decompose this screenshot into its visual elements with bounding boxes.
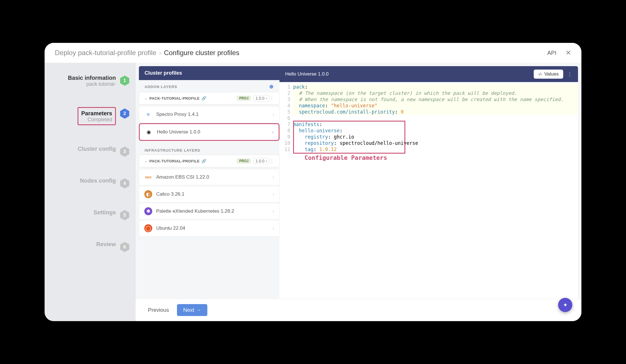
wizard-step-5[interactable]: Settings5 [45, 209, 135, 221]
ubuntu-icon: ◯ [144, 224, 152, 232]
chevron-right-icon: › [273, 192, 274, 196]
layer-item[interactable]: ✱Palette eXtended Kubernetes 1.28.2› [139, 203, 279, 219]
version-select[interactable]: 1.0.0 [254, 158, 269, 164]
step-title: Review [96, 241, 116, 248]
infra-profile-row[interactable]: ⌄ PACK-TUTORIAL-PROFILE 🔗 PROJ 1.0.0 ▾ ⋮ [139, 155, 279, 167]
step-hex-icon: 2 [120, 108, 130, 119]
step-title: Cluster config [78, 146, 116, 152]
calico-icon: ◐ [144, 190, 152, 198]
layer-name: Ubuntu 22.04 [156, 225, 185, 231]
param-highlight-label: Configurable Parameters [304, 155, 387, 161]
code-line: pack: [293, 84, 578, 90]
step-title: Nodes config [80, 177, 116, 184]
breadcrumb-separator: › [159, 50, 161, 56]
step-title: Settings [93, 209, 116, 216]
previous-button[interactable]: Previous [144, 305, 173, 315]
step-title: Parameters [81, 110, 112, 117]
layer-item[interactable]: ◐Calico 3.26.1› [139, 186, 279, 202]
wizard-step-3[interactable]: Cluster config3 [45, 145, 135, 157]
step-subtitle: pack-tutorial- [68, 81, 116, 87]
step-title: Basic information [68, 75, 116, 81]
cursor-icon: ✦ [563, 302, 568, 308]
link-icon: 🔗 [201, 96, 206, 101]
chevron-right-icon: › [272, 130, 274, 134]
step-hex-icon: 1 [120, 75, 130, 86]
code-line: # The namespace (on the target cluster) … [293, 90, 578, 96]
addon-profile-row[interactable]: ⌄ PACK-TUTORIAL-PROFILE 🔗 PROJ 1.0.0 ▾ ⋮ [139, 92, 279, 104]
layer-name: Hello Universe 1.0.0 [157, 129, 200, 135]
chevron-right-icon: › [273, 112, 274, 117]
proj-badge: PROJ [237, 96, 251, 101]
layer-name: Amazon EBS CSI 1.22.0 [156, 174, 209, 180]
link-icon: 🔗 [201, 159, 206, 163]
wizard-step-4[interactable]: Nodes config4 [45, 177, 135, 189]
more-icon[interactable]: ⋮ [270, 96, 274, 101]
wizard-step-2[interactable]: ParametersCompleted2 [45, 107, 135, 125]
layer-item[interactable]: awsAmazon EBS CSI 1.22.0› [139, 169, 279, 185]
proj-badge: PROJ [237, 158, 251, 164]
layer-item[interactable]: ◉Hello Universe 1.0.0› [139, 123, 279, 141]
wizard-sidebar: Basic informationpack-tutorial-1Paramete… [45, 63, 135, 321]
code-line [293, 115, 578, 121]
breadcrumb-prefix[interactable]: Deploy pack-tutorial-profile profile [55, 49, 156, 57]
step-highlight-box: ParametersCompleted [78, 107, 116, 125]
more-icon[interactable]: ⋮ [270, 158, 274, 164]
layer-item[interactable]: ◯Ubuntu 22.04› [139, 220, 279, 237]
wizard-step-6[interactable]: Review6 [45, 240, 135, 252]
wizard-step-1[interactable]: Basic informationpack-tutorial-1 [45, 74, 135, 87]
aws-icon: aws [144, 173, 152, 181]
more-icon[interactable]: ⋮ [567, 71, 572, 77]
layer-name: Spectro Proxy 1.4.1 [156, 112, 199, 117]
header: Deploy pack-tutorial-profile profile › C… [45, 43, 581, 63]
step-hex-icon: 6 [120, 242, 130, 252]
layer-name: Calico 3.26.1 [156, 191, 184, 197]
code-line: # When the namespace is not found, a new… [293, 96, 578, 102]
chevron-down-icon: ⌄ [144, 159, 147, 163]
pack-editor-panel: Hello Universe 1.0.0 ‹/› Values ⋮ 123456… [279, 66, 578, 299]
arrow-right-icon: → [197, 307, 201, 313]
code-line: hello-universe: [293, 127, 578, 134]
chevron-right-icon: › [273, 209, 274, 214]
code-icon: ‹/› [538, 72, 542, 76]
main-panel: Cluster profiles ADDON LAYERS ⊕ ⌄ PACK-T… [135, 63, 581, 321]
chevron-right-icon: › [273, 226, 274, 231]
chevron-right-icon: › [273, 175, 274, 179]
code-line: namespace: "hello-universe" [293, 102, 578, 109]
step-hex-icon: 4 [120, 178, 130, 189]
layer-item[interactable]: ≡Spectro Proxy 1.4.1› [139, 106, 279, 123]
pack-editor-header: Hello Universe 1.0.0 ‹/› Values ⋮ [279, 66, 578, 82]
wizard-footer: Previous Next → [135, 299, 581, 321]
code-line: repository: spectrocloud/hello-universe [293, 140, 578, 146]
cluster-profiles-title: Cluster profiles [139, 66, 279, 80]
addon-layers-label: ADDON LAYERS ⊕ [139, 80, 279, 92]
help-fab[interactable]: ✦ [558, 298, 572, 312]
step-subtitle: Completed [81, 117, 112, 123]
add-addon-icon[interactable]: ⊕ [269, 83, 274, 90]
code-line: spectrocloud.com/install-priority: 0 [293, 109, 578, 115]
api-link[interactable]: API [547, 50, 556, 56]
values-button[interactable]: ‹/› Values [534, 70, 563, 79]
cluster-profiles-panel: Cluster profiles ADDON LAYERS ⊕ ⌄ PACK-T… [139, 66, 279, 299]
breadcrumb-current: Configure cluster profiles [164, 49, 239, 57]
close-icon[interactable]: ✕ [566, 49, 571, 57]
yaml-editor[interactable]: 1234567891011 pack: # The namespace (on … [279, 82, 578, 299]
code-line: registry: ghcr.io [293, 134, 578, 140]
app-window: Deploy pack-tutorial-profile profile › C… [45, 43, 581, 321]
k8s-icon: ✱ [144, 207, 152, 215]
step-hex-icon: 5 [120, 210, 130, 221]
next-button[interactable]: Next → [177, 304, 207, 316]
infra-layers-label: INFRASTRUCTURE LAYERS [139, 145, 279, 155]
code-line: tag: 1.0.12 [293, 146, 578, 152]
globe-icon: ◉ [145, 128, 153, 136]
chevron-down-icon: ⌄ [144, 96, 147, 100]
layer-name: Palette eXtended Kubernetes 1.28.2 [156, 208, 234, 214]
step-hex-icon: 3 [120, 146, 130, 157]
version-select[interactable]: 1.0.0 [254, 95, 269, 101]
pack-title: Hello Universe 1.0.0 [285, 71, 329, 77]
code-line: manifests: [293, 121, 578, 127]
layers-icon: ≡ [144, 110, 152, 118]
